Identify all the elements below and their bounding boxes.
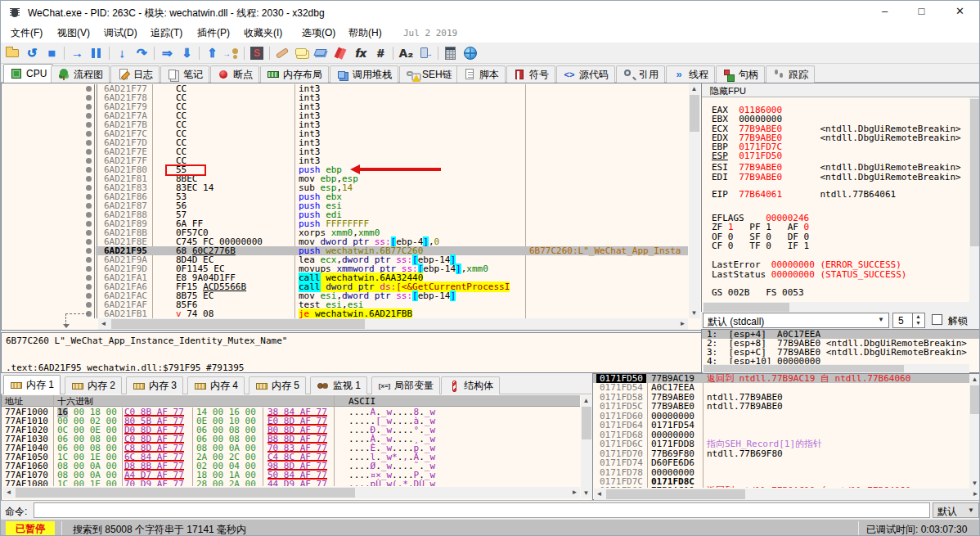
stack-row[interactable]: 0171FD640171FD54 [593,421,969,430]
menu-debug[interactable]: 调试(D) [104,26,137,40]
breakpoint-dot[interactable] [86,86,92,92]
tab-dump5[interactable]: 内存 5 [249,376,306,394]
stack-row[interactable]: 0171FD54A0C17EEA [593,383,969,392]
tab-dump1[interactable]: 内存 1 [3,375,61,394]
unlock-checkbox[interactable] [932,314,942,325]
maximize-button[interactable]: □ [903,1,940,22]
breakpoint-dot[interactable] [86,230,92,236]
register-line[interactable]: LastStatus 00000000 (STATUS_SUCCESS) [712,270,906,279]
breakpoint-dot[interactable] [86,158,92,164]
close-button[interactable]: ✕ [942,1,978,22]
device-icon[interactable] [416,45,434,61]
tab-watch1[interactable]: 监视 1 [310,376,367,394]
breakpoint-dot[interactable] [86,221,92,227]
breakpoint-dot[interactable] [86,212,92,218]
disasm-row[interactable]: 6AD21FB1v 74 08je wechatwin.6AD21FBB [2,309,688,318]
spinner-arrows-icon[interactable]: ▲▼ [912,313,924,327]
tab-dump4[interactable]: 内存 4 [187,376,245,394]
stack-row[interactable]: 0171FD7C0171FD8C [593,477,969,486]
breakpoint-dot[interactable] [86,131,92,137]
open-file-icon[interactable] [3,45,21,61]
tab-dump2[interactable]: 内存 2 [65,376,122,394]
breakpoint-dot[interactable] [86,122,92,128]
patch-icon[interactable] [273,45,291,61]
stack-vscrollbar[interactable]: ▲ ▼ [969,374,980,489]
step-into-icon[interactable]: ↓ [113,45,131,61]
breakpoint-dot[interactable] [86,104,92,110]
register-line[interactable]: EBX 00000000 [712,115,782,124]
run-icon[interactable]: → [68,45,86,61]
tab-cpu[interactable]: CPU [3,64,53,83]
menu-plugins[interactable]: 插件(P) [197,26,230,40]
minimize-button[interactable]: – [866,1,903,22]
text-encode-icon[interactable]: A₂ [397,45,415,61]
internet-icon[interactable] [461,45,479,61]
tab-seh[interactable]: SEH链 [399,65,459,83]
tab-symbols[interactable]: 符号 [506,65,555,83]
run-upper-icon[interactable]: ⇑ [203,45,221,61]
breakpoint-dot[interactable] [86,95,92,101]
tab-call-stack[interactable]: 调用堆栈 [330,65,398,83]
hex-hscrollbar[interactable]: ◄ ► [3,487,580,498]
registers-vscrollbar[interactable] [969,97,980,313]
hide-fpu-button[interactable]: 隐藏FPU [702,83,980,97]
registers-pane[interactable]: 隐藏FPU EAX 01186000EBX 00000000ECX 77B9AB… [701,83,980,328]
breakpoint-dot[interactable] [86,149,92,155]
register-line[interactable]: ESP 0171FD50 [712,151,782,160]
breakpoint-dot[interactable] [86,176,92,182]
tab-struct[interactable]: 结构体 [441,376,500,394]
step-over-icon[interactable]: ↷ [133,45,151,61]
breakpoint-dot[interactable] [86,140,92,146]
tab-graph[interactable]: 流程图 [51,65,110,83]
attach-icon[interactable] [223,45,241,61]
stack-hscrollbar[interactable]: ◄ ► [594,489,980,500]
tab-handles[interactable]: 句柄 [716,65,765,83]
tab-source[interactable]: <>源代码 [556,65,615,83]
stack-row[interactable]: 0171FD6000000000 [593,412,969,421]
calculator-icon[interactable] [442,45,460,61]
menu-favourites[interactable]: 收藏夹(I) [244,26,282,40]
function-icon[interactable]: fx [352,45,370,61]
tab-memory-map[interactable]: 内存布局 [260,65,329,83]
stack-row[interactable]: 0171FD74D60FE6D6 [593,458,969,467]
tab-script[interactable]: 脚本 [456,65,506,83]
stack-row[interactable]: 0171FD7800000000 [593,468,969,477]
register-line[interactable]: ESI 77B9ABE0 <ntdll.DbgUiRemoteBreakin> [712,163,961,172]
args-hscrollbar[interactable] [703,364,969,373]
stack-row[interactable]: 0171FD6800000000 [593,430,969,439]
command-mode-select[interactable]: 默认 ▼ [933,502,979,518]
tab-breakpoints[interactable]: 断点 [210,65,259,83]
stack-row[interactable]: 0171FD5077B9AC19返回到 ntdll.77B9AC19 自 ntd… [593,374,969,383]
menu-options[interactable]: 选项(O) [302,26,335,40]
hex-vscrollbar[interactable]: ▲ ▼ [581,395,592,498]
breakpoint-dot[interactable] [86,203,92,209]
bookmark-icon[interactable] [332,45,350,61]
stop-icon[interactable]: ■ [43,45,61,61]
run-to-user-code-icon[interactable]: ⇒ [158,45,176,61]
stack-row[interactable]: 0171FD8077B9AC19返回到 ntdll.77B9AC19 自 ntd… [593,486,969,488]
breakpoint-dot[interactable] [86,275,92,281]
stack-row[interactable]: 0171FD7077B69F80ntdll.77B69F80 [593,449,969,458]
register-line[interactable]: GS 002B FS 0053 [712,288,804,297]
calling-convention-select[interactable]: 默认 (stdcall) ▼ [703,313,889,328]
tab-references[interactable]: 引用 [616,65,665,83]
disassembly-pane[interactable]: 6AD21F77CCint36AD21F78CCint36AD21F79CCin… [1,83,701,331]
args-count-spinner[interactable]: 5 ▲▼ [892,313,925,328]
menu-help[interactable]: 帮助(H) [348,26,382,40]
breakpoint-dot[interactable] [86,293,92,299]
register-line[interactable]: CF 0 TF 0 IF 1 [712,241,809,250]
tab-threads[interactable]: »线程 [666,65,715,83]
comment-icon[interactable] [293,45,311,61]
disasm-hscrollbar[interactable]: ◄ ► [98,318,688,330]
step-out-icon[interactable]: ⇓ [178,45,196,61]
breakpoint-dot[interactable] [86,284,92,290]
breakpoint-dot[interactable] [86,194,92,200]
tab-dump3[interactable]: 内存 3 [126,376,183,394]
ordinal-icon[interactable]: # [371,45,389,61]
register-line[interactable]: ZF 1 PF 1 AF 0 [712,223,809,232]
label-icon[interactable] [312,45,330,61]
restart-icon[interactable]: ↺ [23,45,41,61]
register-line[interactable]: EIP 77B64061 ntdll.77B64061 [712,190,896,199]
breakpoint-dot[interactable] [86,185,92,191]
command-input[interactable] [34,502,930,518]
